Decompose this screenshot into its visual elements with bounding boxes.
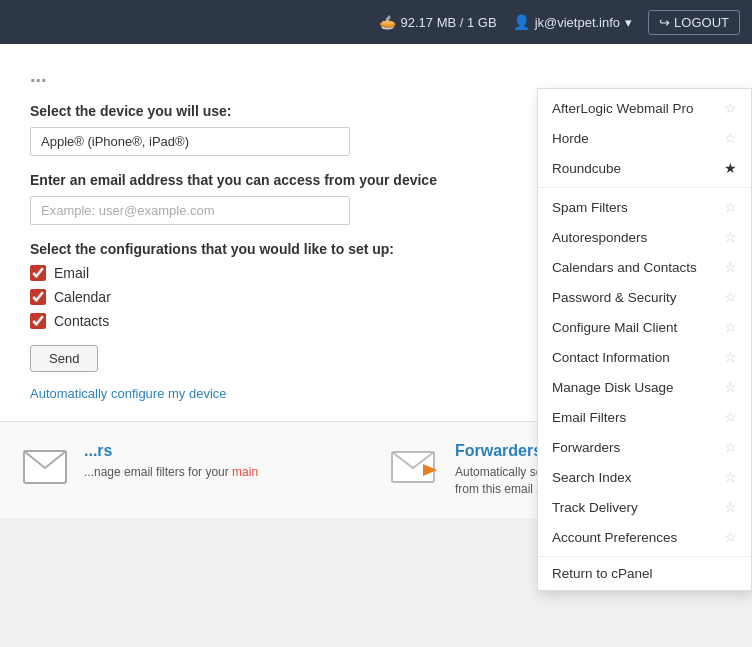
manage-disk-star[interactable]: ☆ xyxy=(724,379,737,395)
highlight-main: main xyxy=(232,465,258,479)
storage-info: 🥧 92.17 MB / 1 GB xyxy=(379,14,497,30)
horde-star[interactable]: ☆ xyxy=(724,130,737,146)
spam-filters-label: Spam Filters xyxy=(552,200,628,215)
dropdown-webmail-section: AfterLogic Webmail Pro ☆ Horde ☆ Roundcu… xyxy=(538,89,751,188)
contacts-checkbox-label: Contacts xyxy=(54,313,109,329)
forwarders-label: Forwarders xyxy=(552,440,620,455)
page-title: ... xyxy=(30,64,722,87)
autoresponders-label: Autoresponders xyxy=(552,230,647,245)
dropdown-item-track-delivery[interactable]: Track Delivery ☆ xyxy=(538,492,751,522)
dropdown-item-afterlogic[interactable]: AfterLogic Webmail Pro ☆ xyxy=(538,93,751,123)
send-button[interactable]: Send xyxy=(30,345,98,372)
pie-chart-icon: 🥧 xyxy=(379,14,396,30)
header-bar: 🥧 92.17 MB / 1 GB 👤 jk@vietpet.info ▾ ↪ … xyxy=(0,0,752,44)
autoresponders-star[interactable]: ☆ xyxy=(724,229,737,245)
calendar-checkbox[interactable] xyxy=(30,289,46,305)
card-email-filters-desc: ...nage email filters for your main xyxy=(84,464,258,481)
calendars-contacts-star[interactable]: ☆ xyxy=(724,259,737,275)
card-forwarders-icon-wrap xyxy=(391,442,441,492)
card-email-filters-content: ...rs ...nage email filters for your mai… xyxy=(84,442,258,481)
dropdown-item-manage-disk[interactable]: Manage Disk Usage ☆ xyxy=(538,372,751,402)
card-email-icon-wrap xyxy=(20,442,70,492)
password-security-star[interactable]: ☆ xyxy=(724,289,737,305)
dropdown-item-horde[interactable]: Horde ☆ xyxy=(538,123,751,153)
manage-disk-label: Manage Disk Usage xyxy=(552,380,674,395)
account-prefs-star[interactable]: ☆ xyxy=(724,529,737,545)
chevron-down-icon: ▾ xyxy=(625,15,632,30)
dropdown-item-forwarders[interactable]: Forwarders ☆ xyxy=(538,432,751,462)
dropdown-item-roundcube[interactable]: Roundcube ★ xyxy=(538,153,751,183)
email-input[interactable] xyxy=(30,196,350,225)
contacts-checkbox[interactable] xyxy=(30,313,46,329)
calendar-checkbox-label: Calendar xyxy=(54,289,111,305)
email-filters-star[interactable]: ☆ xyxy=(724,409,737,425)
email-filters-label: Email Filters xyxy=(552,410,626,425)
main-content: ... Select the device you will use: Ente… xyxy=(0,44,752,421)
contact-info-star[interactable]: ☆ xyxy=(724,349,737,365)
dropdown-item-autoresponders[interactable]: Autoresponders ☆ xyxy=(538,222,751,252)
afterlogic-star[interactable]: ☆ xyxy=(724,100,737,116)
logout-icon: ↪ xyxy=(659,15,670,30)
dropdown-item-contact-info[interactable]: Contact Information ☆ xyxy=(538,342,751,372)
forwarders-icon xyxy=(391,448,441,486)
calendars-contacts-label: Calendars and Contacts xyxy=(552,260,697,275)
user-menu[interactable]: 👤 jk@vietpet.info ▾ xyxy=(513,14,632,30)
logout-button[interactable]: ↪ LOGOUT xyxy=(648,10,740,35)
track-delivery-label: Track Delivery xyxy=(552,500,638,515)
forwarders-star[interactable]: ☆ xyxy=(724,439,737,455)
dropdown-item-email-filters[interactable]: Email Filters ☆ xyxy=(538,402,751,432)
card-email-filters-title: ...rs xyxy=(84,442,258,460)
dropdown-item-horde-label: Horde xyxy=(552,131,589,146)
username-text: jk@vietpet.info xyxy=(535,15,620,30)
account-prefs-label: Account Preferences xyxy=(552,530,677,545)
email-filter-icon xyxy=(23,450,67,484)
configure-mail-star[interactable]: ☆ xyxy=(724,319,737,335)
spam-filters-star[interactable]: ☆ xyxy=(724,199,737,215)
password-security-label: Password & Security xyxy=(552,290,677,305)
dropdown-item-search-index[interactable]: Search Index ☆ xyxy=(538,462,751,492)
dropdown-item-account-prefs[interactable]: Account Preferences ☆ xyxy=(538,522,751,552)
storage-text: 92.17 MB / 1 GB xyxy=(401,15,497,30)
email-checkbox[interactable] xyxy=(30,265,46,281)
logout-label: LOGOUT xyxy=(674,15,729,30)
dropdown-item-roundcube-label: Roundcube xyxy=(552,161,621,176)
configure-mail-label: Configure Mail Client xyxy=(552,320,677,335)
track-delivery-star[interactable]: ☆ xyxy=(724,499,737,515)
dropdown-main-section: Spam Filters ☆ Autoresponders ☆ Calendar… xyxy=(538,188,751,557)
return-to-cpanel[interactable]: Return to cPanel xyxy=(538,557,751,590)
dropdown-item-afterlogic-label: AfterLogic Webmail Pro xyxy=(552,101,694,116)
device-input[interactable] xyxy=(30,127,350,156)
dropdown-menu: AfterLogic Webmail Pro ☆ Horde ☆ Roundcu… xyxy=(537,88,752,591)
search-index-label: Search Index xyxy=(552,470,632,485)
dropdown-item-password-security[interactable]: Password & Security ☆ xyxy=(538,282,751,312)
contact-info-label: Contact Information xyxy=(552,350,670,365)
dropdown-item-calendars-contacts[interactable]: Calendars and Contacts ☆ xyxy=(538,252,751,282)
dropdown-item-spam-filters[interactable]: Spam Filters ☆ xyxy=(538,192,751,222)
card-email-filters: ...rs ...nage email filters for your mai… xyxy=(20,442,361,498)
roundcube-star[interactable]: ★ xyxy=(724,160,737,176)
user-icon: 👤 xyxy=(513,14,530,30)
dropdown-item-configure-mail[interactable]: Configure Mail Client ☆ xyxy=(538,312,751,342)
email-checkbox-label: Email xyxy=(54,265,89,281)
search-index-star[interactable]: ☆ xyxy=(724,469,737,485)
